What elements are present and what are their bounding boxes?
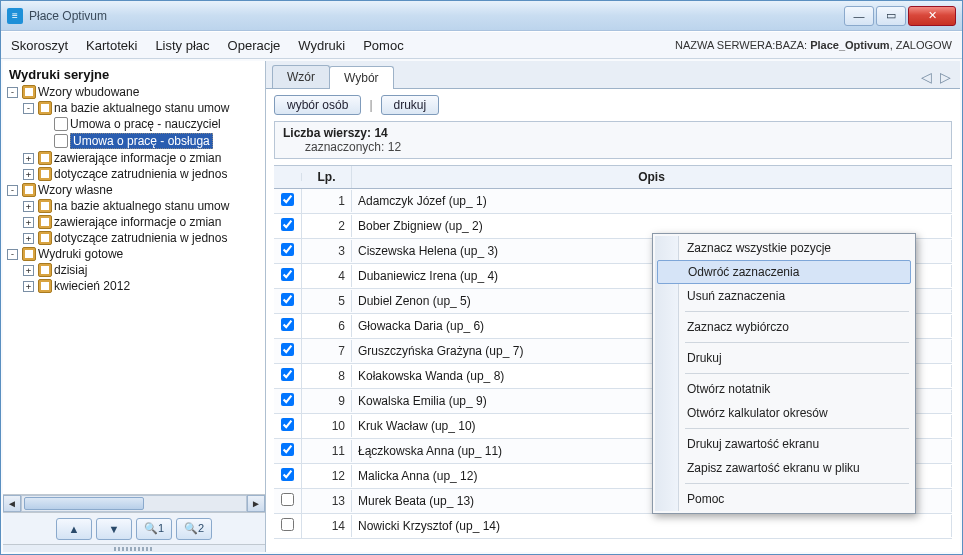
row-checkbox[interactable] [281, 493, 294, 506]
expander-icon[interactable]: - [7, 185, 18, 196]
row-checkbox[interactable] [281, 393, 294, 406]
tab-next-icon[interactable]: ▷ [937, 69, 954, 85]
row-checkbox-cell[interactable] [274, 264, 302, 288]
tree-na-bazie-umow-2[interactable]: na bazie aktualnego stanu umow [54, 199, 229, 213]
row-lp: 9 [302, 390, 352, 412]
expander-icon[interactable]: - [23, 103, 34, 114]
expander-icon[interactable]: - [7, 87, 18, 98]
tab-wzor[interactable]: Wzór [272, 65, 330, 88]
scroll-track[interactable] [21, 495, 247, 512]
context-menu-item[interactable]: Drukuj [655, 346, 913, 370]
drukuj-button[interactable]: drukuj [381, 95, 440, 115]
row-checkbox[interactable] [281, 318, 294, 331]
row-checkbox[interactable] [281, 243, 294, 256]
row-lp: 4 [302, 265, 352, 287]
row-checkbox[interactable] [281, 293, 294, 306]
tree-heading: Wydruki seryjne [7, 65, 263, 84]
context-menu-item[interactable]: Odwróć zaznaczenia [657, 260, 911, 284]
tree-wzory-wlasne[interactable]: Wzory własne [38, 183, 113, 197]
row-checkbox-cell[interactable] [274, 364, 302, 388]
row-checkbox-cell[interactable] [274, 389, 302, 413]
row-checkbox-cell[interactable] [274, 514, 302, 538]
scroll-right-icon[interactable]: ► [247, 495, 265, 512]
menu-skoroszyt[interactable]: Skoroszyt [11, 38, 68, 53]
context-menu-item[interactable]: Zapisz zawartość ekranu w pliku [655, 456, 913, 480]
row-checkbox-cell[interactable] [274, 439, 302, 463]
row-checkbox[interactable] [281, 343, 294, 356]
context-menu-item[interactable]: Otwórz kalkulator okresów [655, 401, 913, 425]
context-menu-item[interactable]: Usuń zaznaczenia [655, 284, 913, 308]
table-row[interactable]: 14Nowicki Krzysztof (up_ 14) [274, 514, 952, 539]
context-menu-item[interactable]: Drukuj zawartość ekranu [655, 432, 913, 456]
expander-icon[interactable]: - [7, 249, 18, 260]
row-checkbox[interactable] [281, 418, 294, 431]
row-checkbox-cell[interactable] [274, 289, 302, 313]
row-checkbox[interactable] [281, 368, 294, 381]
context-menu-item[interactable]: Otwórz notatnik [655, 377, 913, 401]
search-2-button[interactable]: 🔍2 [176, 518, 212, 540]
menu-listy-plac[interactable]: Listy płac [155, 38, 209, 53]
close-button[interactable]: ✕ [908, 6, 956, 26]
tree-dzisiaj[interactable]: dzisiaj [54, 263, 87, 277]
scroll-left-icon[interactable]: ◄ [3, 495, 21, 512]
minimize-button[interactable]: — [844, 6, 874, 26]
row-checkbox-cell[interactable] [274, 489, 302, 513]
tree-wydruki-gotowe[interactable]: Wydruki gotowe [38, 247, 123, 261]
row-checkbox[interactable] [281, 468, 294, 481]
menu-kartoteki[interactable]: Kartoteki [86, 38, 137, 53]
tree-zaw-info-2[interactable]: zawierające informacje o zmian [54, 215, 221, 229]
col-lp[interactable]: Lp. [302, 166, 352, 188]
row-checkbox[interactable] [281, 218, 294, 231]
book-icon [38, 151, 52, 165]
row-checkbox[interactable] [281, 268, 294, 281]
row-checkbox-cell[interactable] [274, 314, 302, 338]
tree-zaw-info-1[interactable]: zawierające informacje o zmian [54, 151, 221, 165]
search-1-button[interactable]: 🔍1 [136, 518, 172, 540]
row-checkbox-cell[interactable] [274, 414, 302, 438]
tab-prev-icon[interactable]: ◁ [918, 69, 935, 85]
menu-operacje[interactable]: Operacje [228, 38, 281, 53]
menu-pomoc[interactable]: Pomoc [363, 38, 403, 53]
maximize-button[interactable]: ▭ [876, 6, 906, 26]
row-lp: 13 [302, 490, 352, 512]
expander-icon[interactable]: + [23, 201, 34, 212]
row-lp: 7 [302, 340, 352, 362]
tree-horizontal-scrollbar[interactable]: ◄ ► [3, 494, 265, 512]
context-menu-item[interactable]: Zaznacz wszystkie pozycje [655, 236, 913, 260]
row-checkbox[interactable] [281, 518, 294, 531]
expander-icon[interactable]: + [23, 217, 34, 228]
col-opis[interactable]: Opis [352, 166, 952, 188]
wybor-osob-button[interactable]: wybór osób [274, 95, 361, 115]
tree-dot-zatr-2[interactable]: dotyczące zatrudnienia w jednos [54, 231, 227, 245]
row-checkbox-cell[interactable] [274, 339, 302, 363]
expander-icon[interactable]: + [23, 265, 34, 276]
tree-dot-zatr-1[interactable]: dotyczące zatrudnienia w jednos [54, 167, 227, 181]
expander-icon[interactable]: + [23, 169, 34, 180]
row-checkbox-cell[interactable] [274, 239, 302, 263]
page-icon [54, 117, 68, 131]
context-menu-item[interactable]: Pomoc [655, 487, 913, 511]
context-menu-item[interactable]: Zaznacz wybiórczo [655, 315, 913, 339]
expander-icon[interactable]: + [23, 233, 34, 244]
tree-wzory-wbudowane[interactable]: Wzory wbudowane [38, 85, 139, 99]
col-checkbox[interactable] [274, 173, 302, 181]
tab-wybor[interactable]: Wybór [329, 66, 394, 89]
tree-kwiecien-2012[interactable]: kwiecień 2012 [54, 279, 130, 293]
move-up-button[interactable]: ▲ [56, 518, 92, 540]
row-checkbox[interactable] [281, 443, 294, 456]
window-title: Płace Optivum [29, 9, 844, 23]
move-down-button[interactable]: ▼ [96, 518, 132, 540]
tree-umowa-nauczyciel[interactable]: Umowa o pracę - nauczyciel [70, 117, 221, 131]
tree-umowa-obsluga-selected[interactable]: Umowa o pracę - obsługa [70, 133, 213, 149]
scroll-thumb[interactable] [24, 497, 144, 510]
row-checkbox-cell[interactable] [274, 214, 302, 238]
row-checkbox[interactable] [281, 193, 294, 206]
tree-na-bazie-umow[interactable]: na bazie aktualnego stanu umow [54, 101, 229, 115]
expander-icon[interactable]: + [23, 281, 34, 292]
menu-wydruki[interactable]: Wydruki [298, 38, 345, 53]
expander-icon[interactable]: + [23, 153, 34, 164]
table-row[interactable]: 1Adamczyk Józef (up_ 1) [274, 189, 952, 214]
row-checkbox-cell[interactable] [274, 189, 302, 213]
pane-resize-handle[interactable] [3, 544, 265, 552]
row-checkbox-cell[interactable] [274, 464, 302, 488]
